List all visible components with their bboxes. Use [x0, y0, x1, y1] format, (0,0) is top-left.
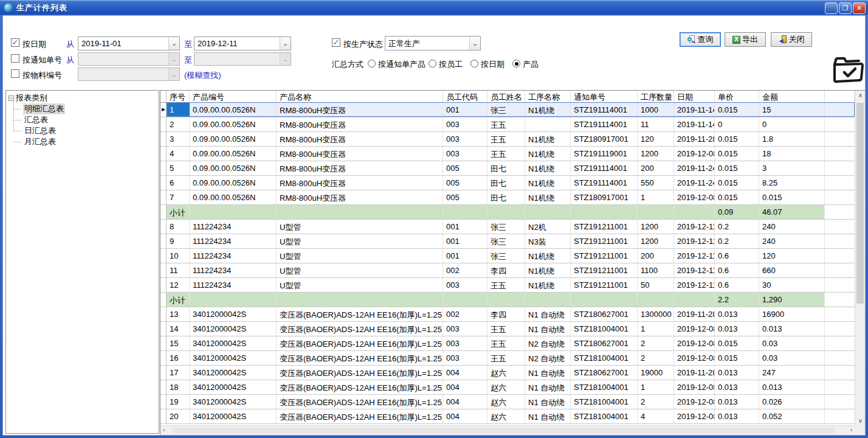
column-header-8[interactable]: 工序数量 [638, 91, 674, 102]
notice-to-combobox[interactable]: ⌄ [194, 52, 291, 66]
scroll-left-icon[interactable]: ‹ [163, 426, 165, 433]
table-row[interactable]: 20.09.00.00.0526NRM8-800uH变压器003王五STZ191… [160, 117, 855, 132]
subtotal-row[interactable]: 小计2.21,290 [160, 293, 855, 307]
tree-item-monthly-summary[interactable]: 月汇总表 [13, 136, 159, 147]
column-header-4[interactable]: 员工代码 [443, 91, 487, 102]
by-material-checkbox[interactable]: ✓ [11, 69, 19, 78]
column-header-10[interactable]: 单价 [715, 91, 759, 102]
close-window-button[interactable]: ✕ [853, 2, 866, 14]
table-row[interactable]: 10111224234U型管001张三N1机绕STZ19121100120020… [160, 249, 855, 263]
table-cell: 14 [167, 322, 190, 336]
subtotal-row[interactable]: 小计0.0946.07 [160, 205, 855, 220]
table-row[interactable]: 1434012000042S变压器(BAOER)ADS-12AH EE16(加厚… [160, 322, 855, 336]
table-row[interactable]: 1634012000042S变压器(BAOER)ADS-12AH EE16(加厚… [160, 351, 855, 366]
scroll-up-icon[interactable]: ∧ [855, 92, 866, 99]
radio-by-date-label[interactable]: 按日期 [481, 59, 505, 70]
table-row[interactable]: 1734012000042S变压器(BAOER)ADS-12AH EE16(加厚… [160, 366, 855, 380]
radio-by-employee-label[interactable]: 按员工 [439, 59, 463, 70]
table-row[interactable]: 1834012000042S变压器(BAOER)ADS-12AH EE16(加厚… [160, 380, 855, 395]
column-header-11[interactable]: 金额 [759, 91, 825, 102]
table-cell: 34012000042S [190, 336, 277, 350]
horizontal-scrollbar[interactable]: ‹ › [160, 425, 855, 435]
chevron-down-icon[interactable]: ⌄ [168, 37, 179, 50]
table-row[interactable]: 60.09.00.00.0526NRM8-800uH变压器005田七N1机绕ST… [160, 176, 855, 190]
scroll-right-icon[interactable]: › [850, 426, 852, 433]
row-filler [825, 395, 855, 409]
radio-by-date[interactable] [470, 60, 478, 68]
radio-product-label[interactable]: 产品 [523, 59, 539, 70]
table-cell: 3 [759, 161, 825, 175]
by-status-checkbox[interactable]: ✓ [332, 38, 340, 47]
column-header-9[interactable]: 日期 [674, 91, 715, 102]
table-cell: 200 [638, 249, 674, 263]
column-header-3[interactable]: 产品名称 [277, 91, 443, 102]
by-date-checkbox[interactable]: ✓ [11, 38, 19, 47]
maximize-button[interactable]: ❐ [839, 2, 852, 14]
close-button[interactable]: ◄ 关闭 [771, 32, 812, 47]
table-cell: 0.013 [715, 322, 759, 336]
minimize-button[interactable]: _ [825, 2, 838, 14]
table-row[interactable]: 40.09.00.00.0526NRM8-800uH变压器003王五N1机绕ST… [160, 147, 855, 161]
vertical-scroll-thumb[interactable] [856, 103, 864, 304]
table-row[interactable]: 9111224234U型管001张三N3装STZ1912110011200201… [160, 234, 855, 249]
row-gutter [160, 117, 167, 131]
vertical-scrollbar[interactable]: ∧ ∨ [855, 91, 865, 425]
column-header-1[interactable]: 序号 [167, 91, 190, 102]
column-header-6[interactable]: 工序名称 [525, 91, 571, 102]
title-bar[interactable]: 生产计件列表 _ ❐ ✕ [0, 0, 868, 15]
tree-item-detail-summary[interactable]: 明细汇总表 [13, 103, 159, 114]
table-cell [443, 293, 487, 307]
horizontal-scroll-thumb[interactable] [173, 428, 835, 433]
by-notice-checkbox[interactable]: ✓ [11, 54, 19, 63]
table-row[interactable]: 30.09.00.00.0526NRM8-800uH变压器003王五N1机绕ST… [160, 132, 855, 147]
table-row[interactable]: 8111224234U型管001张三N2机STZ1912110011200201… [160, 220, 855, 234]
table-row[interactable]: 1334012000042S变压器(BAOER)ADS-12AH EE16(加厚… [160, 307, 855, 322]
table-row[interactable]: 1934012000042S变压器(BAOER)ADS-12AH EE16(加厚… [160, 395, 855, 409]
scroll-down-icon[interactable]: ∨ [855, 417, 866, 424]
table-row[interactable]: 11111224234U型管002李四N1机绕STZ19121100111002… [160, 263, 855, 278]
table-row[interactable]: 50.09.00.00.0526NRM8-800uH变压器005田七N1机绕ST… [160, 161, 855, 176]
column-header-2[interactable]: 产品编号 [190, 91, 277, 102]
table-cell: 小计 [167, 205, 190, 219]
row-gutter [160, 205, 167, 219]
tree-root[interactable]: − 报表类别 [9, 92, 159, 103]
report-tree-panel: − 报表类别 明细汇总表 汇总表 日汇总表 月汇总表 [5, 90, 159, 434]
tree-collapse-icon[interactable]: − [9, 96, 14, 101]
tree-item-daily-summary[interactable]: 日汇总表 [13, 125, 159, 136]
table-cell: 001 [443, 234, 487, 248]
table-cell: 004 [443, 380, 487, 394]
table-cell: 240 [759, 220, 825, 234]
chevron-down-icon[interactable]: ⌄ [469, 36, 480, 50]
radio-by-employee[interactable] [429, 60, 436, 68]
table-row[interactable]: 1534012000042S变压器(BAOER)ADS-12AH EE16(加厚… [160, 336, 855, 351]
material-combobox[interactable]: ⌄ [78, 68, 180, 81]
date-from-combobox[interactable]: 2019-11-01 ⌄ [78, 36, 180, 50]
table-cell: STZ180627001 [571, 336, 638, 350]
table-cell: 111224234 [190, 234, 277, 248]
query-button[interactable]: 查询 [680, 32, 721, 47]
table-cell: 1200 [638, 234, 674, 248]
row-filler [825, 161, 855, 175]
table-cell: 12 [167, 278, 190, 292]
table-cell: 2019-12-11 [674, 234, 715, 248]
table-row[interactable]: 70.09.00.00.0526NRM8-800uH变压器005田七N1机绕ST… [160, 190, 855, 205]
table-cell: 34012000042S [190, 351, 277, 365]
tree-item-summary[interactable]: 汇总表 [13, 114, 159, 125]
status-combobox[interactable]: 正常生产 ⌄ [385, 36, 481, 50]
radio-product[interactable] [512, 60, 520, 68]
current-row-marker-icon: ► [160, 106, 167, 113]
column-header-7[interactable]: 通知单号 [571, 91, 638, 102]
table-cell: 2019-12-08 [674, 336, 715, 350]
table-row[interactable]: 12111224234U型管003王五N1机绕STZ19121100150201… [160, 278, 855, 293]
table-cell: 004 [443, 395, 487, 409]
column-header-5[interactable]: 员工姓名 [487, 91, 525, 102]
table-cell: RM8-800uH变压器 [277, 147, 443, 161]
date-to-combobox[interactable]: 2019-12-11 ⌄ [194, 36, 291, 50]
radio-by-notice-product-label[interactable]: 按通知单产品 [378, 59, 425, 70]
radio-by-notice-product[interactable] [368, 60, 376, 68]
chevron-down-icon[interactable]: ⌄ [280, 37, 291, 50]
table-row[interactable]: 2034012000042S变压器(BAOER)ADS-12AH EE16(加厚… [160, 409, 855, 424]
notice-from-combobox[interactable]: ⌄ [78, 52, 180, 66]
export-button[interactable]: X 导出 [725, 32, 766, 47]
table-row[interactable]: ►10.09.00.00.0526NRM8-800uH变压器001张三N1机绕S… [160, 103, 855, 117]
